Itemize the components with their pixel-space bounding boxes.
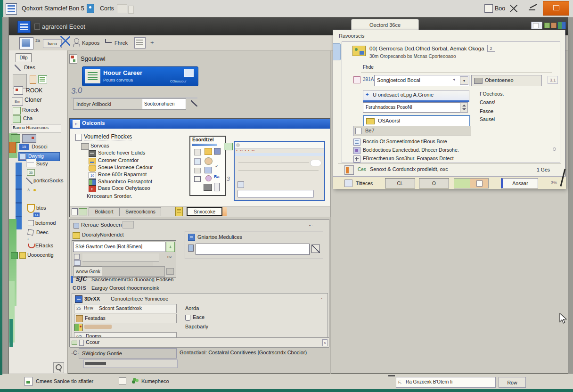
app-launcher-icon[interactable] — [6, 3, 17, 15]
dual-panel-icon[interactable] — [22, 134, 36, 143]
open-button-label: Obentoeneo — [485, 77, 514, 83]
sidebar-tree-btos[interactable]: btos — [36, 205, 46, 211]
tray-orange-icon[interactable] — [551, 23, 557, 28]
orange-card-icon[interactable] — [30, 75, 36, 84]
record-right-input[interactable] — [196, 244, 310, 255]
contents-item-2[interactable]: Coroner Cronrdor — [98, 157, 139, 163]
status-checkbox[interactable] — [119, 377, 126, 384]
profile-banner[interactable]: Hoour Career Pouns corvroua COruouour — [82, 66, 198, 86]
sidebar-tree-betornod[interactable]: betornod — [35, 220, 56, 226]
favorites-input[interactable]: Fsruhnadocas PosoNI — [363, 102, 460, 113]
sidebar-tree-deec[interactable]: Deec — [36, 229, 49, 235]
check-icon-3[interactable] — [353, 155, 360, 163]
checkbox[interactable] — [355, 128, 362, 134]
subpanel-row1[interactable]: 25 Rinv Sdcont Saoatidroxk — [74, 304, 177, 313]
tray-grid-icon[interactable] — [557, 22, 566, 29]
blue-side-tab[interactable] — [333, 43, 341, 60]
green-mini-icon — [72, 341, 77, 345]
split-toggle-button[interactable] — [454, 178, 489, 188]
tab-swreoorkcons[interactable]: Swreoorkcons — [120, 207, 161, 216]
pink-checkbox[interactable] — [353, 76, 360, 83]
title-badge: 2 — [487, 45, 495, 52]
add-button[interactable]: + — [166, 242, 175, 252]
green-list-icon[interactable] — [38, 75, 47, 83]
dropdown-arrow-button[interactable]: ▾ — [460, 76, 468, 85]
name-field[interactable]: Indoyr Atilbocki — [73, 98, 143, 110]
favorites-tab[interactable]: Oectord 36ce — [351, 19, 419, 30]
sidebar-tree-portkcrsocks[interactable]: portkcrSocks — [33, 178, 64, 183]
preview-mini-window[interactable]: ▪ ▪▪ ▪ ▪ ▪▪ — [234, 141, 325, 201]
menubar-right-label[interactable]: Boo — [495, 5, 505, 12]
toolbar-tab-bacu[interactable]: bacu — [43, 39, 62, 48]
shield-checkbox-icon[interactable] — [185, 315, 190, 321]
book-icon — [484, 4, 493, 13]
buttons-label: Titteces — [356, 180, 373, 186]
tab-bokkcort[interactable]: Bokkcort — [89, 207, 120, 216]
tray-doc-icon[interactable] — [531, 22, 542, 29]
toolbar-picture-button[interactable] — [19, 37, 33, 49]
ghost-window-icon — [117, 4, 127, 13]
sidebar-tree-uooocentig[interactable]: Uooocentig — [27, 252, 54, 258]
dialog-button-row: Titteces CL O Aosaar 3% — [333, 176, 566, 189]
sidebar-item-cha[interactable]: Cha — [23, 115, 33, 121]
toolbar-btn2-label[interactable]: Fhrek — [115, 40, 128, 46]
highlight-row[interactable]: + U ondcsaet oLpg A.Gronie — [363, 90, 469, 102]
orange-action-button[interactable] — [543, 1, 569, 16]
corner-label: 3.1 — [550, 78, 556, 82]
contents-item-6[interactable]: Daes Coce Oehytaceo — [98, 185, 150, 191]
sidebar-tree-susy[interactable]: Susy — [36, 161, 48, 166]
contents-item-5[interactable]: Sahuonbrco Forsapotot — [98, 179, 152, 184]
sidebar-item-roreck[interactable]: Roreck — [22, 107, 39, 113]
subpanel-row2[interactable]: Featadas — [74, 314, 177, 323]
shaded-row[interactable] — [82, 253, 159, 261]
search-button[interactable] — [53, 362, 64, 373]
sidebar-item-dllp[interactable]: Dllp — [16, 53, 32, 62]
status-row-button[interactable]: Row — [499, 377, 526, 388]
button-o[interactable]: O — [419, 178, 449, 188]
toolbar-plus[interactable]: + — [150, 39, 154, 46]
contents-header[interactable]: F Osiconis — [70, 119, 330, 129]
action-button[interactable]: Snxocoke — [187, 207, 222, 216]
check-icon-2[interactable] — [353, 147, 360, 154]
sidebar-tree-dwynig-selected[interactable]: Dwynig — [18, 152, 60, 161]
yellow-note-icon[interactable] — [175, 207, 183, 216]
bar-row[interactable]: Be7 — [353, 126, 471, 136]
contents-item-3[interactable]: Soeue Uoroeoe Cedour — [98, 164, 153, 170]
value-field[interactable]: Sootconohueri — [142, 98, 186, 110]
contents-item-1[interactable]: Sorcelc hover Eulids — [98, 150, 145, 155]
contents-footer-item[interactable]: Krrocearun Srorder. — [87, 193, 132, 199]
toolbar-btn1-label[interactable]: Kapoos — [82, 40, 99, 46]
sidebar-tree-dosoci[interactable]: Dosoci — [32, 144, 48, 149]
scissors-icon[interactable] — [510, 5, 517, 12]
footer-box[interactable]: SWgicdoy Gontie — [79, 348, 177, 359]
preview-blue-row — [235, 153, 324, 156]
preview-input[interactable] — [237, 190, 314, 198]
sidebar-tree-eracks[interactable]: ERacks — [35, 243, 53, 248]
contents-item-4[interactable]: Rooe 600r Raparnrot — [98, 172, 147, 177]
button-cl[interactable]: CL — [385, 178, 415, 188]
check-icon-1[interactable] — [353, 139, 360, 146]
banner-corner-icon[interactable] — [184, 69, 194, 77]
spinner-button[interactable] — [460, 102, 468, 113]
search-dropdown[interactable]: Songjoetcod Bocal ◂ ▾ — [374, 75, 469, 86]
printer-icon[interactable] — [311, 245, 320, 253]
open-button[interactable]: Obentoeneo — [471, 75, 542, 86]
sidebar-item-rook[interactable]: ROOK — [26, 87, 42, 94]
menubar-app-label[interactable]: Qohxort Stamclef Bon 5 — [22, 5, 84, 12]
edit-pen-icon[interactable] — [191, 100, 197, 106]
calculator-icon[interactable] — [26, 159, 36, 167]
sidebar-item-dtes[interactable]: Dtes — [24, 65, 35, 70]
toolbar-blue-glyph-icon[interactable] — [60, 36, 70, 49]
button-aosaar[interactable]: Aosaar — [501, 178, 538, 188]
record-main-input[interactable]: S'ké Gavrtort Oven [Rot.85men] — [73, 242, 165, 252]
menubar-menu2-label[interactable]: Corts — [100, 5, 114, 12]
contents-root-item[interactable]: VoumeIed Fhockxs — [84, 133, 132, 140]
tray-green-icon[interactable] — [544, 23, 550, 28]
ccour-row[interactable]: Ccour s — [70, 337, 329, 348]
ces-row[interactable]: Ces Senoxt & Corduncix prodieldt, oxc 1 … — [333, 164, 566, 176]
sidebar-item-cloner[interactable]: Cloner — [25, 97, 42, 103]
status-field[interactable]: F, Ra Grizoexk B'Otern fi — [396, 377, 496, 388]
list-view-icon[interactable] — [134, 37, 146, 49]
contents-group-item[interactable]: Sorvcas — [90, 143, 109, 148]
record-tab[interactable]: woow Gonk — [73, 266, 103, 277]
